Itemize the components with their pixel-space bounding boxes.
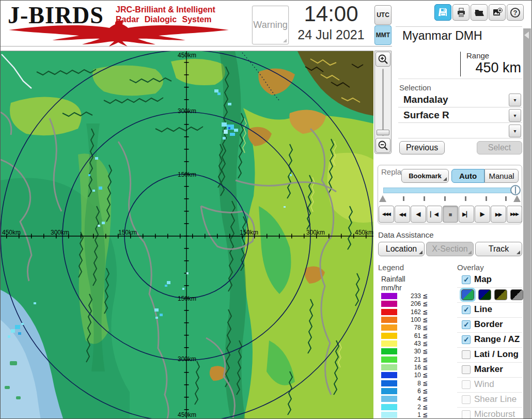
map-zoom-control: [374, 51, 392, 154]
range-label-e-450: 450km: [355, 229, 373, 236]
zoom-slider-track[interactable]: [382, 69, 384, 136]
fastest-forward-button[interactable]: [507, 206, 522, 223]
step-forward-button[interactable]: [459, 206, 474, 223]
fast-forward-button[interactable]: [491, 206, 506, 223]
site-dropdown[interactable]: Mandalay: [398, 93, 522, 107]
map-style-blue-green[interactable]: [461, 289, 474, 300]
checkbox[interactable]: [462, 365, 471, 374]
fast-rewind-button[interactable]: [379, 206, 394, 223]
panel-collapse-strip[interactable]: [523, 28, 531, 419]
checkbox[interactable]: [462, 275, 471, 284]
map-style-black-gray[interactable]: [510, 289, 523, 300]
slider-start-marker[interactable]: [379, 195, 386, 202]
help-icon: [510, 8, 520, 18]
legend-title: Rainfall: [381, 275, 405, 283]
clock-date: 24 Jul 2021: [288, 27, 374, 42]
legend-row: 100≦: [381, 316, 430, 324]
rewind-button[interactable]: [395, 206, 410, 223]
legend-row: 2≦: [381, 404, 430, 411]
print-icon: [456, 7, 466, 18]
legend-swatch: [381, 380, 397, 386]
zoom-in-icon: [378, 54, 389, 65]
previous-button[interactable]: Previous: [399, 141, 445, 154]
legend-row: 16≦: [381, 364, 430, 371]
site-dropdown-value: Mandalay: [403, 94, 448, 105]
auto-button[interactable]: Auto: [451, 169, 484, 183]
range-value: 450 km: [475, 60, 521, 76]
menu-corner-icon: [517, 251, 520, 254]
overlay-item-marker[interactable]: Marker: [457, 363, 522, 378]
menu-corner-icon: [419, 251, 423, 254]
legend-swatch: [381, 340, 397, 347]
overlay-item-range-az[interactable]: Range / AZ: [457, 333, 522, 348]
legend-swatch: [381, 404, 397, 410]
legend-swatch: [381, 309, 397, 315]
slider-tick: [424, 196, 425, 201]
chevron-down-icon[interactable]: [509, 125, 521, 137]
range-box: Range 450 km: [398, 50, 522, 79]
overlay-item-line[interactable]: Line: [457, 303, 522, 318]
overlay-item-map[interactable]: Map: [457, 273, 522, 288]
replay-group: Replay Bookmark Auto Manual: [378, 165, 522, 224]
slider-tick: [486, 196, 487, 201]
map-style-row: [457, 288, 522, 303]
slider-tick: [403, 196, 404, 201]
range-label-e-300: 300km: [306, 229, 325, 236]
stop-button[interactable]: [443, 206, 458, 223]
zoom-out-icon: [378, 140, 389, 151]
option-dropdown[interactable]: [398, 124, 522, 138]
legend-swatch: [381, 396, 397, 402]
track-button[interactable]: Track: [475, 242, 522, 256]
legend-row: 21≦: [381, 356, 430, 364]
legend-row: 61≦: [381, 332, 430, 340]
bookmark-button[interactable]: Bookmark: [401, 169, 449, 183]
chevron-down-icon[interactable]: [509, 94, 521, 106]
mmt-button[interactable]: MMT: [374, 25, 392, 45]
slider-end-marker[interactable]: [513, 195, 521, 202]
legend-row: 162≦: [381, 308, 430, 316]
checkbox[interactable]: [462, 350, 471, 359]
range-divider: [460, 52, 461, 76]
zoom-in-button[interactable]: [375, 52, 390, 67]
legend-swatch: [381, 412, 397, 418]
product-dropdown[interactable]: Surface R: [398, 108, 522, 123]
checkbox[interactable]: [462, 305, 471, 314]
jbirds-window: J-BIRDS JRC-Brilliant & Intelligent Rada…: [0, 0, 532, 419]
map-style-navy-darkgreen[interactable]: [478, 289, 491, 300]
legend-row: 4≦: [381, 395, 430, 403]
legend-swatch: [381, 364, 397, 370]
replay-slider-track[interactable]: [383, 188, 519, 193]
overlay-item-wind: Wind: [457, 378, 522, 393]
play-backward-button[interactable]: [411, 206, 426, 223]
overlay-item-border[interactable]: Border: [457, 318, 522, 333]
overlay-item-lati-long[interactable]: Lati / Long: [457, 348, 522, 363]
overlay-label: Overlay: [457, 263, 484, 272]
step-back-button[interactable]: [427, 206, 442, 223]
help-button[interactable]: [507, 4, 524, 21]
legend-row: 1≦: [381, 411, 430, 419]
print-button[interactable]: [452, 4, 470, 21]
add-image-button[interactable]: [489, 4, 506, 21]
checkbox[interactable]: [462, 335, 471, 344]
overlay-item-shear-line: Shear Line: [457, 393, 522, 408]
checkbox[interactable]: [462, 320, 471, 329]
zoom-slider-handle[interactable]: [377, 130, 389, 135]
select-button: Select: [477, 141, 522, 154]
range-label-n-450: 450km: [174, 52, 200, 59]
checkbox: [462, 380, 471, 389]
replay-slider-handle[interactable]: [510, 185, 521, 195]
utc-button[interactable]: UTC: [374, 5, 392, 25]
zoom-out-button[interactable]: [375, 138, 390, 153]
legend-row: 43≦: [381, 340, 430, 348]
map-style-black-olive[interactable]: [494, 289, 507, 300]
open-folder-button[interactable]: [471, 4, 488, 21]
save-button[interactable]: [434, 4, 451, 21]
chevron-down-icon[interactable]: [509, 109, 521, 122]
open-folder-icon: [474, 7, 484, 18]
radar-map[interactable]: 450km 300km 150km 150km 300km 450km 450k…: [1, 51, 373, 419]
location-button[interactable]: Location: [378, 242, 425, 256]
jbirds-logo: J-BIRDS JRC-Brilliant & Intelligent Rada…: [6, 2, 241, 46]
manual-button[interactable]: Manual: [484, 169, 519, 183]
warning-button[interactable]: Warning: [252, 6, 289, 44]
play-button[interactable]: [475, 206, 490, 223]
